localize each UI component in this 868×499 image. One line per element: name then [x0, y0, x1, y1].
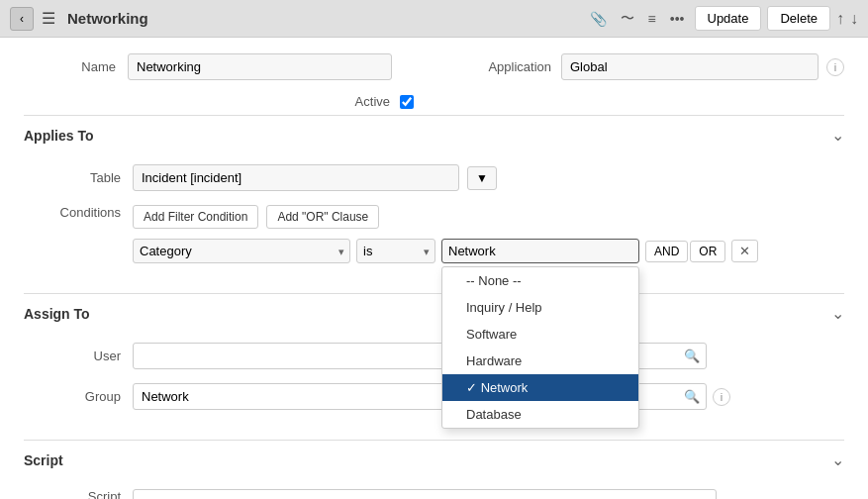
page-title: Networking	[67, 10, 578, 27]
active-field-label: Active	[311, 94, 400, 109]
and-button[interactable]: AND	[645, 241, 688, 262]
condition-value-select[interactable]: Network	[441, 239, 639, 263]
more-icon-button[interactable]: •••	[666, 9, 689, 29]
attach-icon-button[interactable]: 📎	[586, 9, 611, 29]
table-select-arrow[interactable]: ▼	[467, 166, 497, 190]
delete-button[interactable]: Delete	[767, 6, 830, 31]
dropdown-item-inquiry[interactable]: Inquiry / Help	[442, 294, 638, 321]
assign-to-title: Assign To	[24, 306, 90, 322]
dropdown-item-none[interactable]: -- None --	[442, 267, 638, 294]
script-title: Script	[24, 452, 63, 468]
table-input[interactable]	[133, 164, 459, 191]
condition-op-select[interactable]: is	[356, 239, 435, 263]
condition-field-select[interactable]: Category	[133, 239, 350, 263]
name-input[interactable]	[128, 53, 392, 80]
user-label: User	[24, 349, 133, 363]
update-button[interactable]: Update	[695, 6, 762, 31]
dropdown-item-database[interactable]: Database	[442, 401, 638, 428]
script-label: Script	[24, 489, 133, 499]
conditions-label: Conditions	[24, 205, 133, 220]
active-checkbox[interactable]	[400, 95, 414, 109]
or-button[interactable]: OR	[690, 241, 725, 262]
assign-to-chevron: ⌄	[831, 304, 844, 323]
activity-icon-button[interactable]: 〜	[617, 8, 638, 30]
add-filter-condition-button[interactable]: Add Filter Condition	[133, 205, 258, 229]
name-label: Name	[24, 59, 128, 74]
applies-to-chevron: ⌄	[831, 126, 844, 145]
dropdown-item-network[interactable]: Network	[442, 374, 638, 401]
assign-to-section-header[interactable]: Assign To ⌄	[24, 294, 844, 333]
group-search-icon[interactable]: 🔍	[678, 385, 706, 408]
script-textarea[interactable]	[133, 489, 717, 499]
menu-button[interactable]: ☰	[42, 9, 55, 28]
back-button[interactable]: ‹	[10, 7, 34, 31]
value-dropdown: -- None -- Inquiry / Help Software Hardw…	[441, 266, 639, 429]
applies-to-title: Applies To	[24, 128, 94, 144]
application-input[interactable]	[561, 53, 819, 80]
script-section-header[interactable]: Script ⌄	[24, 441, 844, 479]
group-label: Group	[24, 389, 133, 404]
prev-record-button[interactable]: ↑	[836, 10, 844, 28]
dropdown-item-software[interactable]: Software	[442, 321, 638, 348]
user-search-icon[interactable]: 🔍	[678, 345, 706, 367]
next-record-button[interactable]: ↓	[850, 10, 858, 28]
application-label: Application	[392, 59, 561, 74]
dropdown-item-hardware[interactable]: Hardware	[442, 348, 638, 374]
table-label: Table	[24, 170, 133, 185]
applies-to-section-header[interactable]: Applies To ⌄	[24, 116, 844, 154]
add-or-clause-button[interactable]: Add "OR" Clause	[266, 205, 379, 229]
group-info-icon[interactable]: i	[713, 388, 730, 406]
filter-icon-button[interactable]: ≡	[644, 9, 660, 29]
script-chevron: ⌄	[831, 450, 844, 469]
condition-delete-button[interactable]: ✕	[731, 240, 758, 262]
condition-value-wrapper: Network -- None -- Inquiry / Help Softwa…	[441, 239, 639, 263]
application-info-icon[interactable]: i	[826, 58, 844, 76]
